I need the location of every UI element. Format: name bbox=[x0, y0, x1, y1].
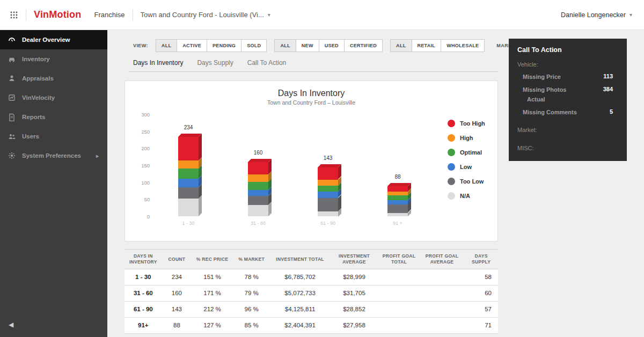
sidebar-item-inventory[interactable]: Inventory bbox=[0, 49, 107, 69]
user-menu[interactable]: Danielle Longenecker ▾ bbox=[561, 11, 632, 19]
filter-condition-used[interactable]: USED bbox=[319, 39, 345, 52]
filter-type-all[interactable]: ALL bbox=[390, 39, 412, 52]
cell-count: 160 bbox=[162, 290, 192, 296]
brand-logo[interactable]: VinMotion bbox=[34, 9, 81, 20]
bar-segment-na bbox=[248, 205, 268, 216]
cell-investment-average: $31,705 bbox=[330, 290, 378, 296]
status-filter-group: ALL ACTIVE PENDING SOLD bbox=[156, 39, 267, 52]
tab-bar: Days In Inventory Days Supply Call To Ac… bbox=[129, 59, 498, 72]
sidebar-item-label: Inventory bbox=[22, 56, 50, 62]
top-header: VinMotion Franchise Town and Country For… bbox=[0, 0, 644, 30]
legend-dot bbox=[448, 134, 455, 142]
dealer-selector[interactable]: Town and Country Ford - Louisville (Vi..… bbox=[141, 11, 270, 19]
filter-type-retail[interactable]: RETAIL bbox=[412, 39, 442, 52]
bar-total-label: 143 bbox=[324, 155, 333, 161]
bar-total-label: 234 bbox=[184, 124, 193, 130]
cta-section-vehicle: Vehicle: bbox=[517, 61, 618, 68]
table-row[interactable]: 1 - 30 234 151 % 78 % $6,785,702 $28,999… bbox=[125, 269, 498, 285]
sidebar-item-dealer-overview[interactable]: Dealer Overview bbox=[0, 30, 107, 49]
bar-segment-optimal bbox=[387, 195, 408, 200]
bar-segment-low bbox=[178, 179, 199, 187]
legend-dot bbox=[448, 178, 455, 185]
tab-days-supply[interactable]: Days Supply bbox=[197, 59, 233, 67]
y-axis-tick: 100 bbox=[128, 180, 150, 186]
sidebar-item-label: Reports bbox=[22, 114, 45, 120]
sidebar-item-appraisals[interactable]: Appraisals bbox=[0, 69, 107, 88]
sidebar-item-vinvelocity[interactable]: VinVelocity bbox=[0, 88, 107, 107]
filter-condition-certified[interactable]: CERTIFIED bbox=[344, 39, 383, 52]
cta-title: Call To Action bbox=[517, 46, 618, 54]
bar-segment-low bbox=[387, 200, 408, 205]
bar-segment-optimal bbox=[318, 186, 338, 192]
cta-item-label: Missing Photos Actual bbox=[523, 86, 566, 104]
bar-segment-high bbox=[178, 160, 199, 169]
cta-item-missing-comments[interactable]: Missing Comments 5 bbox=[523, 108, 618, 116]
legend-label: Low bbox=[460, 164, 472, 170]
table-row[interactable]: 61 - 90 143 212 % 96 % $4,125,811 $28,85… bbox=[125, 302, 498, 318]
legend-dot bbox=[448, 192, 455, 200]
sidebar-item-system-preferences[interactable]: System Preferences ▸ bbox=[0, 146, 107, 165]
bar-segment-low bbox=[248, 190, 268, 196]
sidebar-collapse-button[interactable]: ◀ bbox=[9, 321, 13, 328]
bar-stack bbox=[248, 162, 268, 216]
sidebar-item-label: Appraisals bbox=[22, 75, 54, 82]
table-row[interactable]: 31 - 60 160 171 % 79 % $5,072,733 $31,70… bbox=[125, 285, 498, 302]
bar-segment-toolow bbox=[248, 196, 268, 205]
cell-rec-price: 151 % bbox=[192, 274, 233, 280]
cell-market: 85 % bbox=[233, 322, 270, 328]
tab-days-in-inventory[interactable]: Days In Inventory bbox=[133, 59, 183, 67]
cell-days-supply: 71 bbox=[464, 322, 498, 328]
filter-status-pending[interactable]: PENDING bbox=[207, 39, 241, 52]
col-header-days-in-inventory: DAYS IN INVENTORY bbox=[125, 253, 162, 266]
bar-segment-toohigh bbox=[178, 137, 199, 160]
app-grid-icon[interactable] bbox=[10, 11, 18, 19]
chevron-down-icon: ▾ bbox=[630, 12, 632, 18]
bar-segment-toohigh bbox=[318, 167, 338, 179]
x-axis-label: 31 - 60 bbox=[245, 221, 271, 226]
condition-filter-group: ALL NEW USED CERTIFIED bbox=[274, 39, 383, 52]
call-to-action-panel: Call To Action Vehicle: Missing Price 11… bbox=[509, 39, 627, 161]
cta-section-misc: MISC: bbox=[517, 145, 618, 151]
bar-segment-na bbox=[318, 211, 338, 217]
filter-type-wholesale[interactable]: WHOLESALE bbox=[441, 39, 485, 52]
dealer-selector-label: Town and Country Ford - Louisville (Vi..… bbox=[141, 11, 264, 19]
cell-count: 143 bbox=[162, 306, 192, 312]
filter-condition-all[interactable]: ALL bbox=[274, 39, 296, 52]
cell-investment-average: $28,999 bbox=[330, 274, 378, 280]
filter-status-active[interactable]: ACTIVE bbox=[177, 39, 207, 52]
col-header-market: % MARKET bbox=[233, 257, 270, 262]
bar-1-30: 2341 - 30 bbox=[175, 114, 201, 216]
cell-investment-total: $6,785,702 bbox=[270, 274, 330, 280]
bar-segment-high bbox=[387, 192, 408, 195]
cta-item-label: Missing Comments bbox=[523, 108, 577, 116]
cell-count: 234 bbox=[162, 274, 192, 280]
bar-segment-toohigh bbox=[248, 162, 268, 174]
cta-item-value: 113 bbox=[603, 73, 613, 79]
cell-rec-price: 212 % bbox=[192, 306, 233, 312]
table-row[interactable]: 91+ 88 127 % 85 % $2,404,391 $27,958 71 bbox=[125, 318, 498, 334]
bar-stack bbox=[318, 167, 338, 216]
sidebar-item-reports[interactable]: Reports bbox=[0, 107, 107, 127]
filter-condition-new[interactable]: NEW bbox=[296, 39, 319, 52]
bar-stack bbox=[387, 186, 408, 216]
cta-item-label: Missing Price bbox=[523, 73, 561, 81]
bar-segment-toohigh bbox=[387, 186, 408, 192]
y-axis-tick: 200 bbox=[128, 145, 150, 151]
chart-legend: Too HighHighOptimalLowToo LowN/A bbox=[448, 120, 485, 207]
filter-status-all[interactable]: ALL bbox=[156, 39, 177, 52]
cta-item-missing-photos[interactable]: Missing Photos Actual 384 bbox=[523, 86, 618, 104]
cell-range: 1 - 30 bbox=[125, 274, 162, 280]
table-body: 1 - 30 234 151 % 78 % $6,785,702 $28,999… bbox=[125, 269, 498, 334]
sidebar-item-users[interactable]: Users bbox=[0, 127, 107, 146]
bar-segment-high bbox=[248, 174, 268, 182]
sidebar-item-label: VinVelocity bbox=[22, 94, 55, 101]
col-header-days-supply: DAYS SUPPLY bbox=[464, 253, 498, 266]
chart-board-icon bbox=[8, 93, 16, 102]
cell-rec-price: 127 % bbox=[192, 322, 233, 328]
tab-call-to-action[interactable]: Call To Action bbox=[247, 59, 287, 67]
y-axis-tick: 150 bbox=[128, 163, 150, 169]
cell-investment-average: $28,852 bbox=[330, 306, 378, 312]
filter-status-sold[interactable]: SOLD bbox=[241, 39, 267, 52]
bar-total-label: 160 bbox=[254, 150, 263, 156]
cta-item-missing-price[interactable]: Missing Price 113 bbox=[523, 73, 618, 81]
